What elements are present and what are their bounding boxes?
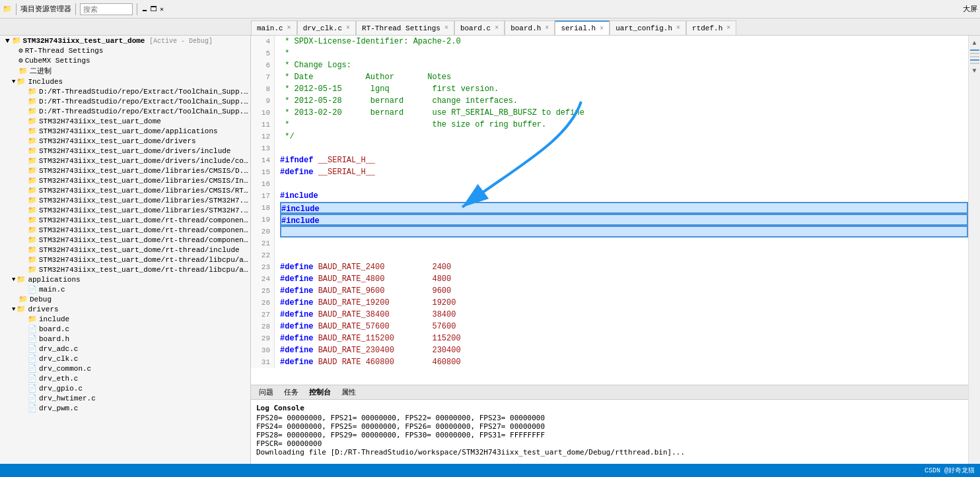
tab-serial-h[interactable]: serial.h× xyxy=(555,20,610,35)
minimap-line xyxy=(970,56,979,57)
tree-item-16[interactable]: 📁STM32H743iixx_test_uart_dome/libraries/… xyxy=(0,205,250,215)
tree-item-5[interactable]: 📁D:/RT-ThreadStudio/repo/Extract/ToolCha… xyxy=(0,96,250,106)
minimap-line xyxy=(970,49,979,51)
tree-item-18[interactable]: 📁STM32H743iixx_test_uart_dome/rt-thread/… xyxy=(0,225,250,235)
tree-item-33[interactable]: 📄drv_eth.c xyxy=(0,373,250,383)
tree-item-1[interactable]: ⚙CubeMX Settings xyxy=(0,55,250,65)
console-line: FPS20= 00000000, FPS21= 00000000, FPS22=… xyxy=(256,414,963,422)
console-title: Log Console xyxy=(256,402,963,414)
tree-item-2[interactable]: 📁二进制 xyxy=(0,65,250,77)
bottom-tab-问题[interactable]: 问题 xyxy=(256,386,276,398)
code-line-27: #define BAUD_RATE_38400 38400 xyxy=(280,309,968,321)
tree-item-35[interactable]: 📄drv_hwtimer.c xyxy=(0,393,250,403)
code-line-18: #include xyxy=(280,202,968,214)
tree-item-7[interactable]: 📁STM32H743iixx_test_uart_dome xyxy=(0,116,250,126)
code-lines: * SPDX-License-Identifier: Apache-2.0 * … xyxy=(275,36,968,368)
code-line-29: #define BAUD_RATE_115200 115200 xyxy=(280,333,968,344)
tree-item-30[interactable]: 📄drv_adc.c xyxy=(0,344,250,354)
tree-item-34[interactable]: 📄drv_gpio.c xyxy=(0,383,250,393)
console-line: FPS24= 00000000, FPS25= 00000000, FPS26=… xyxy=(256,422,963,431)
tab-board-c[interactable]: board.c× xyxy=(454,20,505,35)
code-line-10: * 2013-02-20 bernard use RT_SERIAL_RB_BU… xyxy=(280,107,968,119)
tree-item-0[interactable]: ⚙RT-Thread Settings xyxy=(0,46,250,55)
tree-item-3[interactable]: ▼📁Includes xyxy=(0,77,250,86)
tree-item-19[interactable]: 📁STM32H743iixx_test_uart_dome/rt-thread/… xyxy=(0,235,250,245)
code-line-30: #define BAUD_RATE_230400 230400 xyxy=(280,344,968,356)
code-line-16 xyxy=(280,178,968,190)
tree-item-14[interactable]: 📁STM32H743iixx_test_uart_dome/libraries/… xyxy=(0,185,250,195)
close-icon[interactable]: ✕ xyxy=(160,5,164,13)
bottom-tab-任务[interactable]: 任务 xyxy=(281,386,301,398)
code-view: 4567891011121314151617181920212223242526… xyxy=(251,36,968,368)
code-line-13 xyxy=(280,143,968,154)
tree-item-21[interactable]: 📁STM32H743iixx_test_uart_dome/rt-thread/… xyxy=(0,255,250,265)
code-line-25: #define BAUD_RATE_9600 9600 xyxy=(280,285,968,297)
code-line-28: #define BAUD_RATE_57600 57600 xyxy=(280,321,968,333)
maximize-icon[interactable]: 🗖 xyxy=(151,5,157,13)
minimize-icon[interactable]: 🗕 xyxy=(141,5,148,13)
console-line: FPSCR= 00000000 xyxy=(256,439,963,448)
tree-item-22[interactable]: 📁STM32H743iixx_test_uart_dome/rt-thread/… xyxy=(0,265,250,274)
bottom-tab-属性[interactable]: 属性 xyxy=(339,386,359,398)
tab-board-h[interactable]: board.h× xyxy=(505,20,555,35)
code-line-14: #ifndef __SERIAL_H__ xyxy=(280,154,968,166)
code-line-21 xyxy=(280,238,968,249)
tab-rt-thread-settings[interactable]: RT-Thread Settings× xyxy=(356,20,454,35)
tree-item-4[interactable]: 📁D:/RT-ThreadStudio/repo/Extract/ToolCha… xyxy=(0,86,250,96)
console-line: Downloading file [D:/RT-ThreadStudio/wor… xyxy=(256,448,963,457)
tree-item-36[interactable]: 📄drv_pwm.c xyxy=(0,403,250,413)
tree-item-24[interactable]: 📄main.c xyxy=(0,284,250,294)
status-text: CSDN @好奇龙猫 xyxy=(925,466,975,475)
tree-item-29[interactable]: 📄board.h xyxy=(0,334,250,344)
line-numbers: 4567891011121314151617181920212223242526… xyxy=(251,36,275,368)
editor-area: 4567891011121314151617181920212223242526… xyxy=(251,36,968,464)
code-line-17: #include xyxy=(280,190,968,202)
console-line: FPS28= 00000000, FPS29= 00000000, FPS30=… xyxy=(256,431,963,439)
rp-scroll-top[interactable]: ▲ xyxy=(970,38,979,48)
code-line-6: * Change Logs: xyxy=(280,59,968,71)
tab-uart-config-h[interactable]: uart_config.h× xyxy=(610,20,686,35)
tab-main-c[interactable]: main.c× xyxy=(251,20,297,35)
main-area: ▼📁STM32H743iixx_test_uart_dome [Active -… xyxy=(0,36,980,464)
code-line-12: */ xyxy=(280,131,968,143)
code-line-15: #define __SERIAL_H__ xyxy=(280,166,968,178)
code-line-20 xyxy=(280,226,968,238)
minimap-line xyxy=(970,63,979,64)
code-line-7: * Date Author Notes xyxy=(280,71,968,83)
tree-item-12[interactable]: 📁STM32H743iixx_test_uart_dome/libraries/… xyxy=(0,166,250,175)
tree-item-8[interactable]: 📁STM32H743iixx_test_uart_dome/applicatio… xyxy=(0,126,250,136)
code-line-11: * the size of ring buffer. xyxy=(280,119,968,131)
tab-rtdef-h[interactable]: rtdef.h× xyxy=(686,20,736,35)
code-line-8: * 2012-05-15 lgnq first version. xyxy=(280,83,968,95)
bottom-panel: 问题任务控制台属性 Log ConsoleFPS20= 00000000, FP… xyxy=(251,385,968,464)
status-bar: CSDN @好奇龙猫 xyxy=(0,464,980,477)
bottom-tabs: 问题任务控制台属性 xyxy=(251,385,968,400)
bottom-tab-控制台[interactable]: 控制台 xyxy=(306,386,333,398)
code-line-23: #define BAUD_RATE_2400 2400 xyxy=(280,261,968,273)
tree-item-28[interactable]: 📄board.c xyxy=(0,324,250,334)
tree-item-9[interactable]: 📁STM32H743iixx_test_uart_dome/drivers xyxy=(0,136,250,146)
tree-item-31[interactable]: 📄drv_clk.c xyxy=(0,354,250,364)
tree-item-11[interactable]: 📁STM32H743iixx_test_uart_dome/drivers/in… xyxy=(0,156,250,166)
tree-item-10[interactable]: 📁STM32H743iixx_test_uart_dome/drivers/in… xyxy=(0,146,250,156)
code-line-5: * xyxy=(280,48,968,59)
search-input[interactable] xyxy=(80,3,133,15)
tree-item-23[interactable]: ▼📁applications xyxy=(0,274,250,284)
expand-right-icon[interactable]: 大屏 xyxy=(963,4,977,14)
tree-item-25[interactable]: 📁Debug xyxy=(0,294,250,304)
tree-item-15[interactable]: 📁STM32H743iixx_test_uart_dome/libraries/… xyxy=(0,195,250,205)
menu-icon: 📁 xyxy=(3,5,12,13)
tree-item-26[interactable]: ▼📁drivers xyxy=(0,304,250,314)
sidebar-content: ▼📁STM32H743iixx_test_uart_dome [Active -… xyxy=(0,36,250,464)
tab-drv-clk-c[interactable]: drv_clk.c× xyxy=(297,20,356,35)
tree-item-6[interactable]: 📁D:/RT-ThreadStudio/repo/Extract/ToolCha… xyxy=(0,106,250,116)
editor-content[interactable]: 4567891011121314151617181920212223242526… xyxy=(251,36,968,385)
tree-item-32[interactable]: 📄drv_common.c xyxy=(0,364,250,373)
tree-item-27[interactable]: 📁include xyxy=(0,314,250,324)
tree-root[interactable]: ▼📁STM32H743iixx_test_uart_dome [Active -… xyxy=(0,36,250,46)
rp-scroll-bottom[interactable]: ▼ xyxy=(970,66,979,75)
tree-item-20[interactable]: 📁STM32H743iixx_test_uart_dome/rt-thread/… xyxy=(0,245,250,255)
code-line-4: * SPDX-License-Identifier: Apache-2.0 xyxy=(280,36,968,48)
tree-item-13[interactable]: 📁STM32H743iixx_test_uart_dome/libraries/… xyxy=(0,175,250,185)
tree-item-17[interactable]: 📁STM32H743iixx_test_uart_dome/rt-thread/… xyxy=(0,215,250,225)
